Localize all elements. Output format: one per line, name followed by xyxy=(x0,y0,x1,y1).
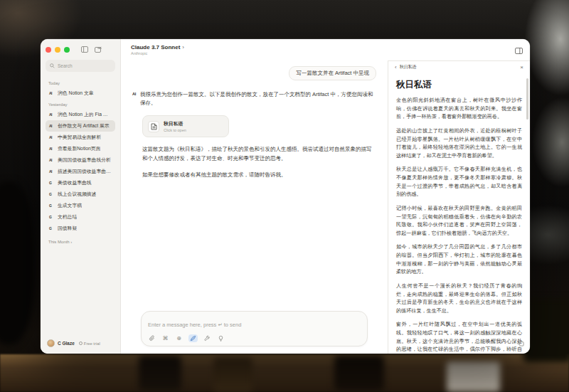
sidebar-chat-item[interactable]: G 生成文字稿 xyxy=(46,200,115,211)
account-row[interactable]: C Glaze Free trial xyxy=(46,337,115,349)
model-selector[interactable]: Claude 3.7 Sonnet › xyxy=(131,44,378,51)
sidebar-chat-item[interactable]: G 线上会议视频摘述 xyxy=(46,189,115,200)
attach-icon[interactable] xyxy=(148,334,156,342)
composer-toolbar: ⌘ ⊕ xyxy=(148,334,361,342)
sidebar-chat-item[interactable]: AI 描述美国国债收益率曲线结… xyxy=(46,166,115,177)
tools-icon[interactable] xyxy=(203,334,211,342)
message-composer[interactable]: ⌘ ⊕ xyxy=(141,311,368,346)
conversation-area: 写一篇散文并在 Artifact 中呈现 AI 我很乐意为您创作一篇散文。以下是… xyxy=(121,60,388,354)
assistant-intro-text: 我很乐意为您创作一篇散文。以下是我创作的散文，放在了一个文档型的 Artifac… xyxy=(140,90,376,108)
close-window-button[interactable] xyxy=(46,47,51,53)
message-input[interactable] xyxy=(148,322,361,328)
background-person-silhouette xyxy=(0,181,36,345)
claude-ai-icon: AI xyxy=(132,90,136,108)
sidebar-chat-item[interactable]: G 美债收益率曲线 xyxy=(46,177,115,189)
artifact-breadcrumb[interactable]: 秋日私语 xyxy=(400,64,521,70)
account-name: C Glaze xyxy=(58,341,75,346)
artifact-paragraph: 记得小时候，最喜欢在秋天的田野里奔跑。金黄的稻田一望无际，沉甸甸的稻穗低垂着头，… xyxy=(396,205,522,238)
background-object xyxy=(213,358,252,392)
artifact-paragraph: 人生何尝不是一个漫长的秋天？我们经历了青春的绚烂，走向成熟的稳重，最终迎来生命的… xyxy=(396,282,522,316)
sidebar-chat-item[interactable]: AI 查看最新Notion页面 xyxy=(46,143,115,154)
chevron-right-icon: › xyxy=(182,44,184,51)
anthropic-logo-icon: AI xyxy=(49,124,55,128)
artifact-paragraph: 窗外，一片红叶随风飘过，在空中划出一道优美的弧线。我轻轻地叹了口气，将这一刻的感… xyxy=(396,321,522,354)
sidebar-toggle-icon[interactable] xyxy=(80,46,88,53)
avatar xyxy=(47,339,55,347)
sidebar: Today AI 润色 Notion 文章 Yesterday AI 润色 No… xyxy=(41,39,121,354)
sidebar-chat-item-selected[interactable]: AI 创作散文与 Artifact 展示 xyxy=(46,120,115,132)
gemini-source-icon: G xyxy=(49,215,55,219)
user-message-bubble: 写一篇散文并在 Artifact 中呈现 xyxy=(289,66,376,80)
gemini-source-icon: G xyxy=(49,192,55,196)
background-object xyxy=(334,356,384,391)
section-label-today: Today xyxy=(48,81,112,85)
background-object xyxy=(447,361,500,392)
anthropic-logo-icon: AI xyxy=(49,158,55,162)
artifact-paragraph: 秋天总是让人感慨万千。它不像春天那样充满生机，也不像夏天那样热情奔放，更不像冬天… xyxy=(396,166,522,199)
panel-scrollbar[interactable] xyxy=(526,78,528,120)
search-field[interactable] xyxy=(46,60,115,72)
back-chevron-icon[interactable]: ‹ xyxy=(395,64,397,70)
artifact-title: 秋日私语 xyxy=(396,79,522,91)
copy-icon[interactable] xyxy=(518,337,524,349)
artifact-card-title: 秋日私语 xyxy=(164,120,186,127)
sidebar-chat-item[interactable]: AI 中美贸易战全面解析 xyxy=(46,132,115,143)
pen-style-icon[interactable] xyxy=(188,334,198,342)
artifact-card[interactable]: 秋日私语 Click to open xyxy=(142,115,229,138)
minimize-window-button[interactable] xyxy=(55,47,60,53)
globe-icon[interactable]: ⊕ xyxy=(175,334,183,342)
artifact-panel: ‹ 秋日私语 × 秋日私语 金色的阳光斜斜地洒在窗台上，树叶在微风中沙沙作响，仿… xyxy=(388,60,530,354)
anthropic-logo-icon: AI xyxy=(49,112,55,117)
artifact-paragraph: 如今，城市的秋天少了几分田园的气息，多了几分都市的喧嚣。但当夕阳西下，华灯初上，… xyxy=(396,243,522,277)
artifact-paragraph: 远处的山峦披上了红黄相间的外衣，近处的梧桐树叶子已经开始零星飘落。一片枯叶从树梢… xyxy=(396,127,522,161)
artifact-panel-header: ‹ 秋日私语 × xyxy=(388,61,530,73)
section-label-yesterday: Yesterday xyxy=(48,102,112,107)
search-input[interactable] xyxy=(58,63,115,68)
close-panel-icon[interactable]: × xyxy=(520,64,523,70)
assistant-paragraph: 如果您想要修改或者有其他主题的散文需求，请随时告诉我。 xyxy=(142,171,376,179)
chat-main: Claude 3.7 Sonnet › Anthropic 写一篇散文并在 Ar… xyxy=(121,39,388,354)
artifact-column: ‹ 秋日私语 × 秋日私语 金色的阳光斜斜地洒在窗台上，树叶在微风中沙沙作响，仿… xyxy=(388,39,530,354)
claude-app-window: Today AI 润色 Notion 文章 Yesterday AI 润色 No… xyxy=(41,39,530,354)
search-icon xyxy=(50,63,55,68)
gemini-source-icon: G xyxy=(49,226,55,231)
artifact-paragraph: 金色的阳光斜斜地洒在窗台上，树叶在微风中沙沙作响，仿佛在诉说着夏天的离去和秋天的… xyxy=(396,97,522,122)
panel-layout-toggle-icon[interactable] xyxy=(515,44,523,57)
trial-clock-icon xyxy=(79,341,83,345)
panel-top-bar xyxy=(388,39,530,60)
org-label: Anthropic xyxy=(131,51,378,55)
desktop-background: Today AI 润色 Notion 文章 Yesterday AI 润色 No… xyxy=(0,0,569,392)
model-name: Claude 3.7 Sonnet xyxy=(131,44,180,51)
assistant-paragraph: 这篇散文题为《秋日私语》，描绘了秋天的景色和引发的人生感悟。我尝试通过对自然景象… xyxy=(142,145,376,163)
anthropic-logo-icon: AI xyxy=(49,91,55,95)
background-object xyxy=(139,356,181,391)
sidebar-chat-item[interactable]: AI 美国国债收益率曲线分析 xyxy=(46,154,115,166)
anthropic-logo-icon: AI xyxy=(49,135,55,139)
sidebar-chat-item[interactable]: AI 润色 Notion 上的 Fia 文章 xyxy=(46,109,115,120)
this-month-link[interactable]: This Month › xyxy=(48,240,112,244)
artifact-document: 秋日私语 金色的阳光斜斜地洒在窗台上，树叶在微风中沙沙作响，仿佛在诉说着夏天的离… xyxy=(388,73,530,354)
anthropic-logo-icon: AI xyxy=(49,169,55,174)
chat-header: Claude 3.7 Sonnet › Anthropic xyxy=(121,39,388,60)
assistant-message: AI 我很乐意为您创作一篇散文。以下是我创作的散文，放在了一个文档型的 Arti… xyxy=(132,90,376,108)
sidebar-chat-item[interactable]: G 文档总结 xyxy=(46,211,115,223)
artifact-card-subtitle: Click to open xyxy=(164,128,186,132)
sidebar-chat-item[interactable]: AI 润色 Notion 文章 xyxy=(46,88,115,99)
window-controls xyxy=(46,46,115,53)
plan-badge: Free trial xyxy=(79,341,100,346)
lamp-icon[interactable] xyxy=(217,334,225,342)
anthropic-logo-icon: AI xyxy=(49,147,55,151)
document-icon xyxy=(148,121,159,132)
zoom-window-button[interactable] xyxy=(64,47,70,53)
sidebar-chat-item[interactable]: G 国债释疑 xyxy=(46,223,115,234)
command-icon[interactable]: ⌘ xyxy=(161,334,169,342)
gemini-source-icon: G xyxy=(49,181,55,185)
new-chat-icon[interactable] xyxy=(94,46,102,53)
gemini-source-icon: G xyxy=(49,203,55,208)
